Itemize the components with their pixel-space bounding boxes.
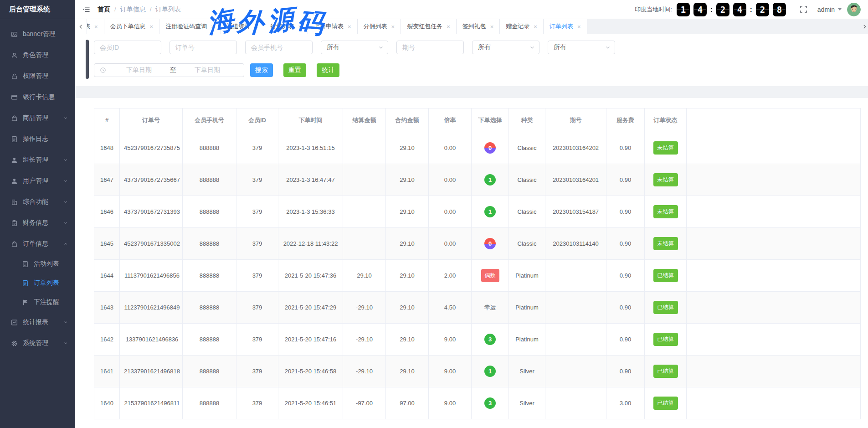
building-icon [10,198,18,206]
close-icon[interactable]: × [255,24,258,30]
fullscreen-icon[interactable] [800,5,807,13]
select-value: 所有 [554,43,566,52]
sidebar-item[interactable]: 订单信息 [0,233,75,254]
cell-settle-amount: -97.00 [343,387,386,419]
tab-label: 通道统计 [227,22,251,31]
tab-scroll-right-icon[interactable] [861,19,868,34]
table-body: 1648452379016727358758888883792023-1-3 1… [94,132,861,419]
breadcrumb-item[interactable]: 订单信息 [120,5,146,14]
cell-member-id: 379 [236,356,278,387]
close-icon[interactable]: × [490,24,494,30]
reset-button[interactable]: 重置 [283,63,306,77]
lock-icon [10,72,18,80]
sidebar-item-label: 统计报表 [23,318,62,326]
close-icon[interactable]: × [447,24,450,30]
select-2[interactable]: 所有 [472,41,539,54]
tab[interactable]: 签到礼包× [457,19,500,34]
cell-phone: 888888 [183,196,236,228]
sidebar-item[interactable]: 权限管理 [0,66,75,87]
tab[interactable]: 裂变红包任务× [401,19,457,34]
cell-settle-amount [343,228,386,260]
close-icon[interactable]: × [391,24,395,30]
tab[interactable]: 赠金记录× [500,19,544,34]
select-3[interactable]: 所有 [548,41,615,54]
tab-scroll-left-icon[interactable] [75,19,87,34]
avatar[interactable] [847,3,861,16]
sidebar-item[interactable]: 操作日志 [0,129,75,150]
select-1[interactable]: 所有 [321,41,388,54]
cell-filler [687,387,861,419]
cell-issue: 20230103164202 [545,132,606,164]
sidebar-subitem[interactable]: 下注提醒 [0,293,75,312]
cell-member-id: 379 [236,292,278,324]
cell-issue: 20230103154187 [545,196,606,228]
close-icon[interactable]: × [94,24,98,30]
close-icon[interactable]: × [534,24,537,30]
close-icon[interactable]: × [298,24,302,30]
sidebar-item[interactable]: 角色管理 [0,45,75,66]
sidebar-item[interactable]: 统计报表 [0,312,75,333]
cell-fee: 0.90 [606,164,645,196]
tab[interactable]: 分佣列表× [358,19,401,34]
cell-time: 2021-5-20 15:46:51 [278,387,343,419]
cell-order-no: 43737901672731393 [120,196,183,228]
chevron-down-icon [62,156,69,164]
cell-rate: 9.00 [429,324,472,356]
tab-label: 赠金记录 [506,22,529,31]
cell-issue: 20230103114140 [545,228,606,260]
cell-choice: 偶数 [472,260,509,292]
cell-category: Platinum [509,260,545,292]
stats-button[interactable]: 统计 [317,63,339,77]
cell-filler [687,132,861,164]
issue-input[interactable] [396,41,464,54]
column-header: 订单状态 [645,108,687,132]
close-icon[interactable]: × [577,24,581,30]
select-value: 所有 [478,43,491,52]
search-button[interactable]: 搜索 [250,63,273,77]
tab[interactable]: 通道统计× [221,19,265,34]
date-range-picker[interactable]: 下单日期 至 下单日期 [94,63,244,77]
vertical-scrollbar-thumb[interactable] [86,40,89,79]
breadcrumb-separator: / [150,6,152,13]
close-icon[interactable]: × [150,24,154,30]
doc-icon [21,260,29,268]
bag-icon [10,240,18,248]
tab[interactable]: 行情列表× [264,19,308,34]
tab[interactable]: 活动列表× [87,19,104,34]
sidebar-item[interactable]: 商品管理 [0,108,75,129]
cell-category: Platinum [509,324,545,356]
user-menu[interactable]: admin [817,6,842,13]
sidebar-item[interactable]: 组长管理 [0,150,75,170]
sidebar-subitem[interactable]: 活动列表 [0,254,75,273]
member-id-input[interactable] [94,41,161,54]
close-icon[interactable]: × [348,24,351,30]
order-no-input[interactable] [169,41,237,54]
sidebar-item[interactable]: 银行卡信息 [0,87,75,108]
orders-table-wrap: #订单号会员手机号会员ID下单时间结算金额合约金额倍率下单选择种类期号服务费订单… [75,98,868,419]
sidebar-item[interactable]: 用户管理 [0,170,75,191]
sidebar-item[interactable]: 系统管理 [0,333,75,354]
sidebar-item-label: 财务信息 [23,219,62,227]
column-header: 合约金额 [386,108,429,132]
cell-rate: 2.00 [429,260,472,292]
cell-rate: 4.50 [429,292,472,324]
tab[interactable]: 订单列表× [544,19,587,34]
tab[interactable]: 注册验证码查询× [159,19,221,34]
hamburger-icon[interactable] [82,6,90,13]
sidebar-subitem[interactable]: 订单列表 [0,273,75,293]
column-header: 订单号 [120,108,183,132]
sidebar-item[interactable]: 财务信息 [0,212,75,233]
breadcrumb-item[interactable]: 首页 [98,5,110,14]
breadcrumb-item[interactable]: 订单列表 [155,5,181,14]
cell-rate: 9.00 [429,387,472,419]
cell-settle-amount: -29.10 [343,324,386,356]
cell-id: 1647 [94,164,120,196]
sidebar-item[interactable]: banner管理 [0,24,75,45]
tab[interactable]: 会员下单信息× [104,19,160,34]
chevron-down-icon [838,8,842,10]
sidebar-item[interactable]: 综合功能 [0,191,75,212]
column-header: 倍率 [429,108,472,132]
close-icon[interactable]: × [211,24,215,30]
tab[interactable]: 上分申请表× [308,19,358,34]
phone-input[interactable] [245,41,313,54]
